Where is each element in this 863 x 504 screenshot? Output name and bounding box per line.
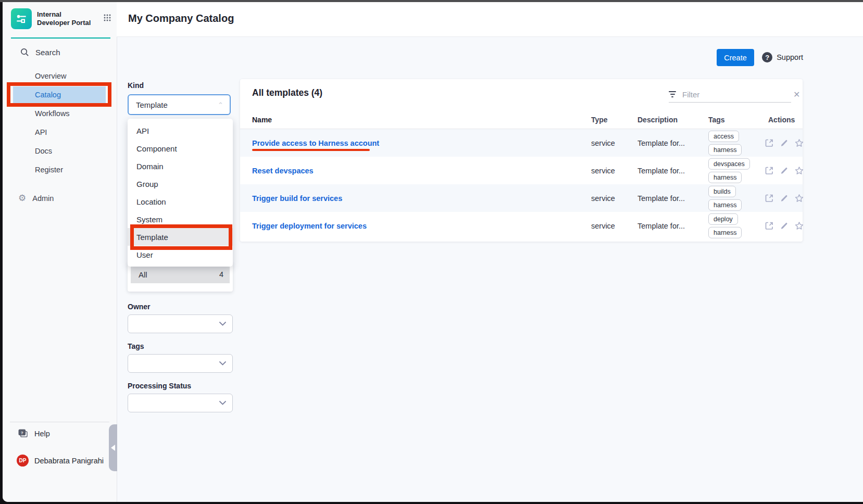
- star-icon[interactable]: [794, 221, 804, 231]
- table-filter: ✕: [669, 86, 791, 103]
- star-icon[interactable]: [794, 193, 804, 203]
- collapse-arrow-icon: [111, 445, 115, 451]
- edit-pencil-icon[interactable]: [780, 166, 789, 175]
- chevron-down-icon: [219, 322, 226, 326]
- sidebar-item-label: Workflows: [35, 109, 70, 118]
- kind-select-value: Template: [136, 100, 168, 109]
- kind-label: Kind: [128, 81, 144, 90]
- kind-dropdown-menu: API Component Domain Group Location Syst…: [128, 119, 233, 267]
- template-link[interactable]: Reset devspaces: [252, 167, 314, 175]
- type-cell: service: [591, 139, 615, 147]
- sidebar-item-workflows[interactable]: Workflows: [13, 105, 106, 122]
- chevron-down-icon: [219, 361, 226, 366]
- type-filter-card: All 4: [128, 262, 233, 292]
- open-in-new-icon[interactable]: [765, 221, 774, 231]
- processing-status-select[interactable]: [128, 394, 233, 412]
- sidebar-item-label: Register: [35, 166, 63, 174]
- apps-grid-icon[interactable]: [103, 14, 111, 24]
- tags-select[interactable]: [128, 354, 233, 373]
- sidebar-item-label: API: [35, 128, 47, 136]
- svg-text:?: ?: [21, 431, 23, 435]
- clear-filter-icon[interactable]: ✕: [792, 90, 801, 99]
- tag-badge: harness: [708, 172, 742, 183]
- table-row: Provide access to Harness account servic…: [240, 129, 803, 157]
- table-row: Trigger build for services service Templ…: [240, 184, 803, 212]
- filter-input[interactable]: [681, 90, 787, 99]
- tag-badge: devspaces: [708, 158, 750, 169]
- sidebar-item-label: Catalog: [35, 91, 61, 99]
- actions-cell: [765, 193, 804, 203]
- open-in-new-icon[interactable]: [765, 194, 774, 203]
- type-filter-all[interactable]: All 4: [131, 266, 230, 283]
- col-header-description: Description: [637, 116, 678, 124]
- table-row: Trigger deployment for services service …: [240, 212, 803, 240]
- support-label: Support: [777, 53, 803, 61]
- support-button[interactable]: ? Support: [762, 52, 803, 62]
- description-cell: Template for...: [637, 167, 685, 175]
- sidebar-item-label: Overview: [35, 72, 66, 80]
- circuit-glyph: [15, 12, 28, 26]
- kind-option-system[interactable]: System: [128, 210, 233, 228]
- template-link[interactable]: Trigger build for services: [252, 194, 342, 203]
- idp-logo-icon[interactable]: [11, 8, 32, 29]
- kind-option-api[interactable]: API: [128, 122, 233, 140]
- open-in-new-icon[interactable]: [765, 138, 774, 148]
- sidebar-item-catalog[interactable]: Catalog: [13, 86, 106, 103]
- tags-cell: builds harness: [708, 185, 742, 211]
- edit-pencil-icon[interactable]: [780, 194, 789, 203]
- kind-option-domain[interactable]: Domain: [128, 157, 233, 175]
- page-header: My Company Catalog: [117, 2, 863, 37]
- template-link[interactable]: Provide access to Harness account: [252, 139, 379, 147]
- tag-badge: harness: [708, 199, 742, 211]
- admin-label: Admin: [32, 194, 54, 203]
- star-icon[interactable]: [794, 138, 804, 148]
- col-header-type: Type: [591, 116, 608, 124]
- table-row: Reset devspaces service Template for... …: [240, 157, 803, 184]
- sidebar-item-label: Docs: [35, 147, 52, 155]
- sidebar-item-overview[interactable]: Overview: [13, 68, 106, 84]
- actions-cell: [765, 138, 804, 148]
- actions-cell: [765, 166, 804, 175]
- user-menu[interactable]: DP Debabrata Panigrahi: [17, 455, 104, 467]
- kind-option-location[interactable]: Location: [128, 193, 233, 210]
- template-link[interactable]: Trigger deployment for services: [252, 222, 367, 230]
- edit-pencil-icon[interactable]: [780, 138, 789, 147]
- sidebar-item-register[interactable]: Register: [13, 161, 106, 178]
- help-label: Help: [34, 430, 50, 438]
- sidebar-bottom-divider: [10, 422, 109, 422]
- tag-badge: harness: [708, 144, 742, 156]
- col-header-tags: Tags: [708, 116, 725, 124]
- app-window: Internal Developer Portal: [3, 2, 863, 502]
- sidebar-item-api[interactable]: API: [13, 124, 106, 141]
- kind-option-group[interactable]: Group: [128, 175, 233, 193]
- owner-select[interactable]: [128, 314, 233, 333]
- kind-option-component[interactable]: Component: [128, 140, 233, 157]
- all-label: All: [139, 270, 147, 279]
- kind-select[interactable]: Template ⌃: [128, 94, 231, 115]
- sidebar-item-search[interactable]: Search: [20, 48, 60, 57]
- templates-table-card: All templates (4) ✕ Name Type Descriptio…: [240, 79, 803, 242]
- gear-icon: ⚙: [18, 194, 26, 203]
- screenshot-root: Internal Developer Portal: [0, 0, 863, 504]
- create-button[interactable]: Create: [717, 49, 754, 66]
- sidebar-item-admin[interactable]: ⚙ Admin: [18, 194, 54, 203]
- description-cell: Template for...: [637, 194, 685, 203]
- open-in-new-icon[interactable]: [765, 166, 774, 175]
- edit-pencil-icon[interactable]: [780, 221, 789, 230]
- col-header-actions: Actions: [768, 116, 795, 124]
- tag-badge: builds: [708, 185, 736, 197]
- sidebar: Internal Developer Portal: [3, 2, 117, 502]
- actions-cell: [765, 221, 804, 231]
- owner-label: Owner: [128, 303, 151, 311]
- sidebar-collapse-handle[interactable]: [109, 424, 117, 471]
- question-circle-icon: ?: [762, 52, 772, 62]
- star-icon[interactable]: [794, 166, 804, 175]
- processing-status-label: Processing Status: [128, 382, 191, 390]
- kind-option-user[interactable]: User: [128, 246, 233, 263]
- sidebar-accent-divider: [11, 37, 110, 39]
- tags-cell: devspaces harness: [708, 158, 750, 183]
- avatar: DP: [17, 455, 29, 467]
- sidebar-item-docs[interactable]: Docs: [13, 143, 106, 159]
- kind-option-template[interactable]: Template: [128, 228, 233, 246]
- sidebar-item-help[interactable]: ? Help: [18, 429, 50, 438]
